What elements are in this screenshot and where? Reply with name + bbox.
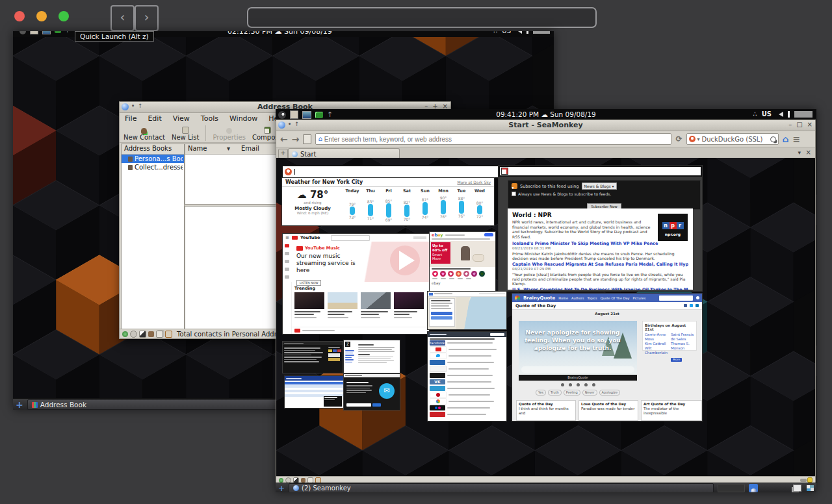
clipboard-icon[interactable] — [303, 134, 311, 144]
facebook-icon[interactable] — [561, 383, 564, 386]
taskbar-button-seamonkey[interactable]: (2) Seamonkey — [289, 483, 714, 492]
browser-address-bar[interactable] — [247, 7, 597, 28]
column-name[interactable]: Name — [188, 145, 224, 153]
tag-chip[interactable]: Apologize — [599, 390, 620, 396]
article-link[interactable]: Iceland's Prime Minister To Skip Meeting… — [512, 241, 688, 246]
birthday-link[interactable]: Carrie-Anne Moss — [645, 333, 668, 342]
minimize-window-button[interactable] — [36, 11, 47, 21]
terminal-icon[interactable] — [55, 31, 61, 33]
close-tab-icon[interactable]: × — [806, 149, 811, 156]
social-sites-list-thumbnail[interactable]: facebook VK — [427, 331, 507, 422]
menu-icon[interactable]: ≡ — [793, 134, 801, 144]
nav-forward-icon[interactable]: → — [292, 134, 300, 144]
new-tab-button[interactable]: + — [278, 149, 288, 158]
forward-button[interactable]: › — [135, 5, 159, 31]
mail-page-thumbnail[interactable]: ✉ — [343, 373, 400, 410]
search-icon[interactable] — [770, 136, 776, 142]
social-row[interactable]: VK — [428, 379, 506, 385]
social-row[interactable] — [428, 392, 506, 398]
social-row[interactable] — [428, 398, 506, 405]
social-row[interactable] — [428, 346, 506, 353]
social-row[interactable] — [428, 366, 506, 372]
panel-tray[interactable]: ∴ US — [493, 31, 550, 34]
navigator-icon[interactable] — [122, 331, 128, 337]
youtube-thumbnail[interactable]: ≡ YouTube — [282, 233, 430, 334]
social-row[interactable] — [428, 385, 506, 392]
birthday-link[interactable]: Thomas S. Monson — [671, 342, 694, 351]
engine-dropdown-icon[interactable]: ▾ — [697, 136, 700, 142]
love-qotd-card[interactable]: Love Quote of the Day Paradise was made … — [578, 400, 638, 421]
subscribe-checkbox[interactable] — [512, 192, 516, 196]
linkedin-share-icon[interactable] — [696, 304, 699, 307]
social-row[interactable] — [428, 359, 506, 366]
app-menu-icon[interactable] — [20, 31, 26, 34]
close-window-button[interactable] — [14, 11, 25, 21]
quote-image[interactable]: Never apologize for showing feeling. Whe… — [519, 321, 637, 381]
menu-view[interactable]: View — [173, 114, 190, 123]
menu-edit[interactable]: Edit — [148, 114, 161, 123]
qotd-card[interactable]: Quote of the Day I think and think for m… — [516, 400, 576, 421]
facebook-share-icon[interactable] — [684, 304, 687, 307]
panel-clock[interactable]: 09:41:20 PM ☁ Sun 09/08/19 — [276, 110, 816, 118]
dark-forum-thumbnail[interactable] — [282, 341, 343, 373]
video-card[interactable] — [361, 292, 391, 318]
docs-page-thumbnail[interactable]: Z — [343, 340, 400, 373]
minimize-icon[interactable]: – — [424, 103, 428, 110]
taskbar-menu-icon[interactable]: + — [278, 484, 285, 493]
address-book-item-personal[interactable]: Persona...s Book — [122, 155, 184, 163]
menu-tools[interactable]: Tools — [201, 114, 218, 123]
bq-nav-topics[interactable]: Topics — [588, 296, 597, 300]
pager-widget[interactable] — [794, 111, 812, 118]
show-desktop-icon[interactable]: ↑ — [65, 31, 70, 34]
favorite-icon[interactable] — [584, 383, 588, 386]
back-button[interactable]: ‹ — [110, 5, 135, 31]
keyboard-layout-indicator[interactable]: US — [762, 110, 772, 118]
menu-file[interactable]: File — [125, 114, 136, 123]
volume-icon[interactable] — [776, 112, 783, 117]
composer-icon[interactable] — [139, 331, 146, 338]
properties-button[interactable]: Properties — [213, 128, 246, 141]
tag-chip[interactable]: Yes — [536, 390, 546, 396]
zoom-window-button[interactable] — [58, 11, 69, 21]
twitter-icon[interactable] — [569, 383, 572, 386]
workspace-pager-icon[interactable] — [807, 485, 814, 491]
weather-more-link[interactable]: More at Dark Sky — [458, 180, 491, 184]
birthdays-more-button[interactable]: More — [671, 358, 682, 362]
tag-chip[interactable]: Never — [582, 390, 597, 396]
bq-nav-qotd[interactable]: Quote Of The Day — [601, 296, 630, 300]
seamonkey-tray-icon[interactable] — [749, 484, 758, 492]
navigator-icon[interactable] — [279, 478, 283, 483]
panel-tray[interactable]: ∴ US — [753, 110, 812, 118]
mail-icon[interactable] — [165, 331, 172, 338]
video-card[interactable] — [328, 292, 358, 318]
tag-chip[interactable]: Truth — [548, 390, 562, 396]
panel-launcher-icons[interactable]: ↑ — [20, 31, 70, 34]
social-row[interactable] — [428, 405, 506, 411]
new-list-button[interactable]: New List — [172, 127, 199, 141]
birthday-link[interactable]: Saint Francis de Sales — [671, 333, 694, 342]
pager-widget[interactable] — [533, 31, 550, 34]
column-email[interactable]: Email — [241, 145, 280, 153]
video-card[interactable] — [294, 292, 324, 318]
bq-nav-authors[interactable]: Authors — [571, 296, 584, 300]
twitter-share-icon[interactable] — [690, 304, 693, 307]
subscribe-select[interactable]: News & Blogs ▾ — [582, 183, 617, 190]
security-icon[interactable] — [130, 331, 137, 338]
network-icon[interactable]: ∴ — [493, 31, 497, 34]
article-link[interactable]: Captain Who Rescued Migrants At Sea Refu… — [512, 262, 688, 267]
menu-window[interactable]: Window — [229, 114, 257, 123]
birthday-link[interactable]: Kim Cattrall — [645, 342, 668, 346]
nav-back-icon[interactable]: ← — [280, 134, 288, 144]
tab-list-dropdown-icon[interactable]: ▾ — [798, 149, 801, 156]
display-icon[interactable] — [42, 31, 51, 34]
close-icon[interactable]: × — [807, 121, 812, 128]
minimize-icon[interactable]: – — [788, 121, 792, 128]
more-icon[interactable] — [592, 383, 595, 386]
file-manager-icon[interactable] — [30, 31, 38, 34]
bq-nav-home[interactable]: Home — [558, 296, 568, 300]
seamonkey-titlebar[interactable]: • ↑ Start - SeaMonkey – □ × — [276, 120, 815, 131]
bq-search-box[interactable] — [659, 296, 693, 301]
address-books-header[interactable]: Address Books — [122, 144, 184, 155]
panel-clock[interactable]: 02:12:30 PM ☁ Sun 09/08/19 — [228, 31, 332, 36]
npr-feed-thumbnail[interactable]: Subscribe to this feed using News & Blog… — [498, 165, 703, 292]
